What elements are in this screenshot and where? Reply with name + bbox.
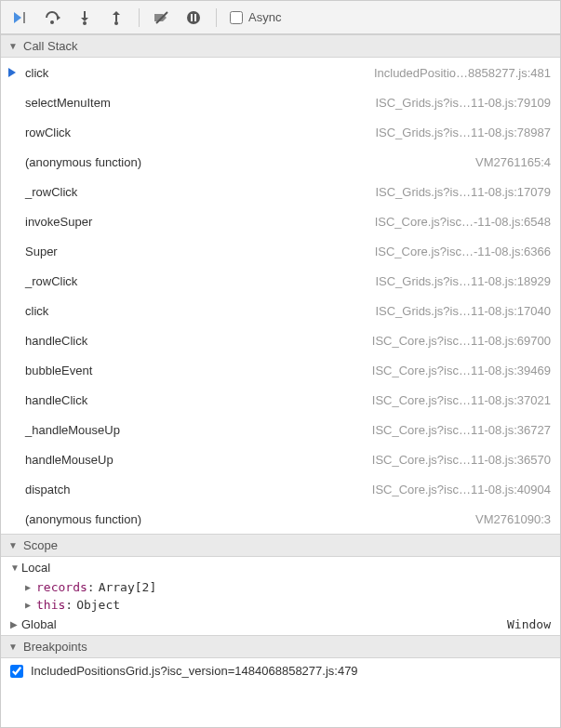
svg-point-6 [83,21,87,25]
callstack-function: invokeSuper [25,215,92,229]
callstack-location: IncludedPositio…8858277.js:481 [374,66,551,80]
svg-point-9 [114,21,118,25]
callstack-location: ISC_Core.js?isc…-11-08.js:6366 [375,245,551,258]
scope-title: Scope [23,538,58,552]
svg-point-3 [50,20,54,24]
step-into-button[interactable] [72,5,98,31]
async-checkbox[interactable] [230,11,243,24]
callstack-location: ISC_Core.js?isc…11-08.js:40904 [372,483,551,496]
breakpoints-header[interactable]: ▼ Breakpoints [1,635,560,658]
scope-global-label: Global [21,617,57,631]
property-type: Object [76,598,120,612]
step-over-button[interactable] [40,5,66,31]
scope-property[interactable]: ▶records:Array[2] [1,578,560,596]
callstack-frame[interactable]: selectMenuItemISC_Grids.js?is…11-08.js:7… [1,87,560,117]
callstack-location: ISC_Grids.js?is…11-08.js:17079 [375,185,551,199]
svg-rect-13 [194,14,196,21]
scope-property[interactable]: ▶this:Object [1,596,560,614]
collapse-icon: ▼ [8,41,18,51]
callstack-frame[interactable]: (anonymous function)VM2761165:4 [1,147,560,177]
callstack-function: click [25,304,48,318]
callstack-function: selectMenuItem [25,96,111,110]
breakpoints-body: IncludedPositionsGrid.js?isc_version=148… [1,658,560,683]
collapse-icon: ▼ [8,642,18,652]
callstack-function: _handleMouseUp [25,423,120,437]
svg-rect-12 [191,14,193,21]
callstack-frame[interactable]: (anonymous function)VM2761090:3 [1,504,560,534]
callstack-location: ISC_Core.js?isc…11-08.js:37021 [372,393,551,407]
callstack-function: handleMouseUp [25,453,114,467]
property-separator: : [65,598,73,612]
resume-button[interactable] [8,5,34,31]
callstack-function: (anonymous function) [25,512,141,526]
callstack-location: ISC_Core.js?isc…11-08.js:69700 [372,334,551,348]
callstack-function: click [25,66,48,80]
callstack-function: handleClick [25,393,87,407]
property-name: this [36,598,65,612]
svg-marker-8 [113,11,120,15]
callstack-location: ISC_Core.js?isc…11-08.js:36727 [372,423,551,437]
callstack-frame[interactable]: handleMouseUpISC_Core.js?isc…11-08.js:36… [1,444,560,474]
callstack-location: ISC_Grids.js?is…11-08.js:79109 [375,96,551,110]
callstack-frame[interactable]: _rowClickISC_Grids.js?is…11-08.js:17079 [1,177,560,206]
callstack-location: ISC_Core.js?isc…11-08.js:36570 [372,453,551,467]
debugger-toolbar: Async [1,1,560,34]
callstack-function: handleClick [25,334,87,348]
debugger-panels: ▼ Call Stack clickIncludedPositio…885827… [1,34,560,727]
callstack-function: _rowClick [25,185,77,199]
property-type: Array[2] [99,580,157,594]
breakpoint-label: IncludedPositionsGrid.js?isc_version=148… [31,664,358,678]
callstack-frame[interactable]: handleClickISC_Core.js?isc…11-08.js:6970… [1,325,560,355]
callstack-function: _rowClick [25,274,77,288]
svg-marker-2 [57,15,60,20]
svg-marker-5 [81,18,88,21]
callstack-location: ISC_Core.js?isc…-11-08.js:6548 [375,215,551,229]
callstack-header[interactable]: ▼ Call Stack [1,34,560,58]
async-toggle[interactable]: Async [230,10,281,24]
scope-header[interactable]: ▼ Scope [1,534,560,557]
expand-icon: ▶ [25,600,36,610]
step-out-button[interactable] [103,5,129,31]
expand-icon: ▶ [25,582,36,592]
callstack-function: Super [25,245,58,258]
callstack-body: clickIncludedPositio…8858277.js:481selec… [1,58,560,534]
callstack-frame[interactable]: dispatchISC_Core.js?isc…11-08.js:40904 [1,474,560,504]
callstack-title: Call Stack [23,39,78,53]
callstack-location: VM2761165:4 [475,155,551,169]
scope-local[interactable]: ▼ Local [1,557,560,578]
scope-global[interactable]: ▶ Global Window [1,614,560,635]
collapse-icon: ▼ [8,540,18,550]
expand-icon: ▼ [10,563,21,573]
property-name: records [36,580,87,594]
callstack-frame[interactable]: handleClickISC_Core.js?isc…11-08.js:3702… [1,385,560,415]
callstack-location: VM2761090:3 [475,512,551,526]
callstack-frame[interactable]: _handleMouseUpISC_Core.js?isc…11-08.js:3… [1,415,560,444]
callstack-location: ISC_Core.js?isc…11-08.js:39469 [372,364,551,377]
breakpoint-item[interactable]: IncludedPositionsGrid.js?isc_version=148… [1,658,560,683]
callstack-location: ISC_Grids.js?is…11-08.js:18929 [375,274,551,288]
callstack-function: rowClick [25,126,71,139]
callstack-frame[interactable]: clickIncludedPositio…8858277.js:481 [1,58,560,87]
pause-on-exceptions-button[interactable] [180,5,207,31]
svg-marker-0 [14,12,21,23]
svg-rect-1 [23,12,25,23]
callstack-function: (anonymous function) [25,155,141,169]
callstack-frame[interactable]: invokeSuperISC_Core.js?isc…-11-08.js:654… [1,206,560,236]
callstack-frame[interactable]: bubbleEventISC_Core.js?isc…11-08.js:3946… [1,355,560,385]
callstack-frame[interactable]: _rowClickISC_Grids.js?is…11-08.js:18929 [1,266,560,296]
breakpoint-checkbox[interactable] [10,665,23,678]
breakpoints-title: Breakpoints [23,640,87,654]
deactivate-breakpoints-button[interactable] [149,5,175,31]
scope-global-type: Window [507,617,551,631]
async-label: Async [248,10,281,24]
callstack-location: ISC_Grids.js?is…11-08.js:17040 [375,304,551,318]
scope-local-label: Local [21,561,50,575]
callstack-location: ISC_Grids.js?is…11-08.js:78987 [375,126,551,139]
callstack-function: bubbleEvent [25,364,92,377]
callstack-frame[interactable]: clickISC_Grids.js?is…11-08.js:17040 [1,296,560,325]
toolbar-separator [139,8,140,27]
callstack-frame[interactable]: SuperISC_Core.js?isc…-11-08.js:6366 [1,236,560,266]
toolbar-separator [216,8,217,27]
callstack-frame[interactable]: rowClickISC_Grids.js?is…11-08.js:78987 [1,117,560,147]
callstack-function: dispatch [25,483,70,496]
